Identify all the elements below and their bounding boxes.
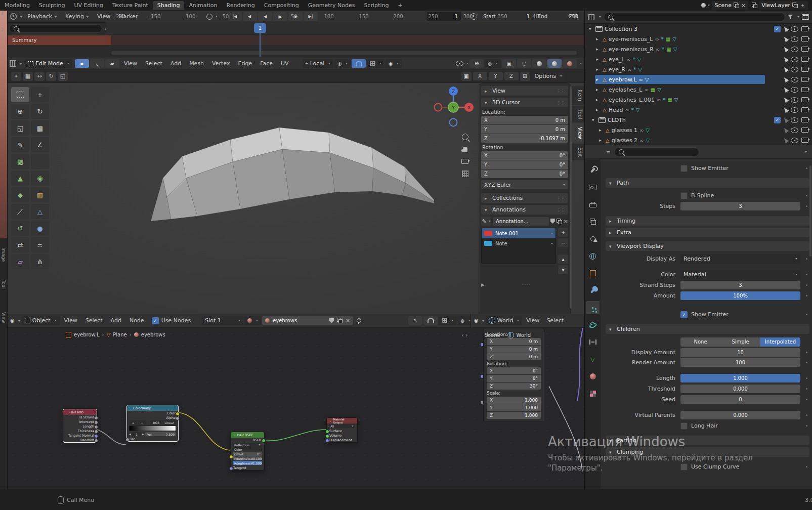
remove-scene-icon[interactable]: ×	[741, 3, 746, 8]
show-emitter-checkbox[interactable]	[680, 165, 688, 172]
color-input-field[interactable]: Color	[233, 447, 262, 451]
tab-view-layer[interactable]	[586, 215, 600, 228]
options-dropdown[interactable]: Options	[532, 72, 565, 81]
render-visibility-icon[interactable]	[801, 26, 808, 31]
tool-bevel[interactable]: ◆	[11, 187, 29, 202]
add-workspace-button[interactable]: +	[393, 1, 407, 10]
copy-annotation-icon[interactable]	[557, 219, 562, 224]
node-color-ramp[interactable]: ⌄ColorRamp Color Alpha + − RGB Linear ◀ …	[126, 405, 179, 442]
tab-constraints[interactable]	[586, 335, 600, 349]
timeline-editor-type-caret[interactable]	[20, 16, 23, 18]
seed-field[interactable]: 0	[680, 395, 800, 404]
play-button[interactable]: ▶	[273, 12, 287, 21]
tab-world[interactable]	[586, 249, 600, 263]
render-visibility-icon[interactable]	[801, 87, 808, 92]
mirror-z-toggle[interactable]: Z	[504, 72, 519, 80]
menu-node[interactable]: Node	[126, 317, 148, 324]
face-select-toggle[interactable]: ▰	[105, 59, 119, 68]
tab-render[interactable]	[586, 181, 600, 194]
edge-select-toggle[interactable]: ◟	[90, 59, 104, 68]
navigation-gizmo[interactable]: X Z Y	[430, 84, 477, 131]
tool-shear[interactable]: ▱	[11, 254, 29, 269]
menu-edge[interactable]: Edge	[234, 60, 255, 67]
selectable-icon[interactable]	[783, 56, 789, 63]
selectable-icon[interactable]	[783, 127, 789, 134]
prev-stop-button[interactable]: ◀	[129, 433, 131, 436]
tool-inset-faces[interactable]: ◉	[31, 171, 49, 186]
cursor-rotation-y[interactable]: Y0°	[481, 160, 568, 169]
reflection-dropdown[interactable]: Reflection	[233, 443, 262, 447]
tool-transform[interactable]: ▦	[31, 120, 49, 136]
length-slider[interactable]: 1.000	[680, 374, 800, 382]
new-collection-icon[interactable]	[802, 14, 809, 20]
menu-add[interactable]: Add	[107, 317, 125, 324]
location-z-field[interactable]: Z0 m	[487, 353, 541, 360]
outliner-search-input[interactable]	[604, 12, 785, 22]
menu-mesh[interactable]: Mesh	[186, 60, 207, 67]
hide-icon[interactable]	[791, 36, 798, 42]
shading-wireframe-button[interactable]: ◌	[517, 59, 531, 68]
outliner-row[interactable]: ▸△Head ∞*▽	[585, 105, 812, 115]
unlink-material-icon[interactable]: ×	[346, 318, 350, 323]
color-mode-dropdown[interactable]: RGB	[151, 420, 161, 424]
next-stop-button[interactable]: ▶	[142, 433, 144, 436]
jump-to-start-button[interactable]: |◀	[228, 12, 242, 21]
workspace-tab-modeling[interactable]: Modeling	[0, 1, 34, 10]
eyebrow-mesh-object[interactable]	[144, 118, 447, 235]
steps-field[interactable]: 3	[680, 202, 800, 210]
cursor-rotation-z[interactable]: Z0°	[481, 169, 568, 178]
tool-spin[interactable]: ↺	[11, 221, 29, 236]
tool-extrude-region[interactable]: ▲	[11, 171, 29, 186]
snap-node-toggle[interactable]	[423, 316, 438, 325]
tab-tool[interactable]	[586, 163, 600, 177]
rotation-y-field[interactable]: Y0°	[487, 375, 541, 382]
tool-settings-icon-grid[interactable]: ▦	[23, 72, 33, 81]
workspace-tab-compositing[interactable]: Compositing	[260, 1, 304, 10]
output-is-strand[interactable]: Is Strand	[63, 415, 97, 419]
bspline-checkbox[interactable]	[680, 192, 688, 199]
tool-smooth[interactable]: ●	[31, 221, 49, 236]
workspace-tab-sculpting[interactable]: Sculpting	[34, 1, 69, 10]
outliner-row[interactable]: ▸△glasses 1 ∞▽	[585, 125, 812, 135]
show-object-types-icon[interactable]	[456, 61, 463, 66]
hide-icon[interactable]	[791, 57, 798, 62]
panel-timing[interactable]: ▸Timing	[606, 216, 809, 226]
viewport-editor-type-icon[interactable]	[10, 60, 16, 67]
material-browser-dropdown[interactable]	[244, 316, 261, 325]
use-clump-curve-checkbox[interactable]	[680, 463, 688, 471]
move-layer-up-button[interactable]: ▴	[558, 254, 568, 264]
add-layer-button[interactable]: ＋	[558, 228, 568, 237]
selectable-icon[interactable]	[783, 36, 789, 42]
outliner-row[interactable]: ▸△glasses 2 ∞▽	[585, 135, 812, 145]
tab-modifiers[interactable]	[586, 284, 600, 297]
menu-vertex[interactable]: Vertex	[208, 60, 233, 67]
tab-texture[interactable]	[586, 387, 600, 400]
menu-face[interactable]: Face	[257, 60, 276, 67]
panel-collections[interactable]: ▸Collections⋮⋮	[481, 193, 568, 203]
proportional-editing-dropdown[interactable]: ◉	[386, 59, 402, 68]
camera-view-icon[interactable]	[461, 159, 468, 164]
shading-options-caret[interactable]	[580, 63, 582, 64]
display-mode-icon[interactable]	[588, 14, 594, 20]
hide-icon[interactable]	[791, 97, 798, 103]
layer-color-swatch[interactable]	[484, 231, 492, 236]
mode-dropdown[interactable]: Edit Mode	[25, 59, 72, 68]
tool-3d-cursor[interactable]: +	[31, 87, 49, 102]
outliner-row[interactable]: ▸△eye_L ∞*▽	[585, 54, 812, 64]
cursor-location-y[interactable]: Y0 m	[481, 125, 568, 134]
location-x-field[interactable]: X0 m	[487, 338, 541, 345]
menu-add[interactable]: Add	[167, 60, 185, 67]
input-volume[interactable]: Volume	[327, 433, 357, 438]
layer-color-swatch[interactable]	[484, 241, 492, 246]
unlink-annotation-icon[interactable]: ×	[564, 219, 568, 224]
snap-toggle[interactable]	[352, 59, 366, 68]
rotation-z-field[interactable]: Z30°	[487, 382, 541, 390]
input-fac[interactable]: Fac	[127, 437, 178, 441]
menu-uv[interactable]: UV	[277, 60, 292, 67]
selectable-icon[interactable]	[783, 76, 789, 83]
toggle-xray-button[interactable]: ▣	[502, 59, 516, 68]
menu-view[interactable]: View	[120, 60, 141, 67]
tab-object[interactable]	[586, 267, 600, 280]
scale-x-field[interactable]: X1.000	[487, 397, 541, 404]
workspace-tab-rendering[interactable]: Rendering	[222, 1, 260, 10]
